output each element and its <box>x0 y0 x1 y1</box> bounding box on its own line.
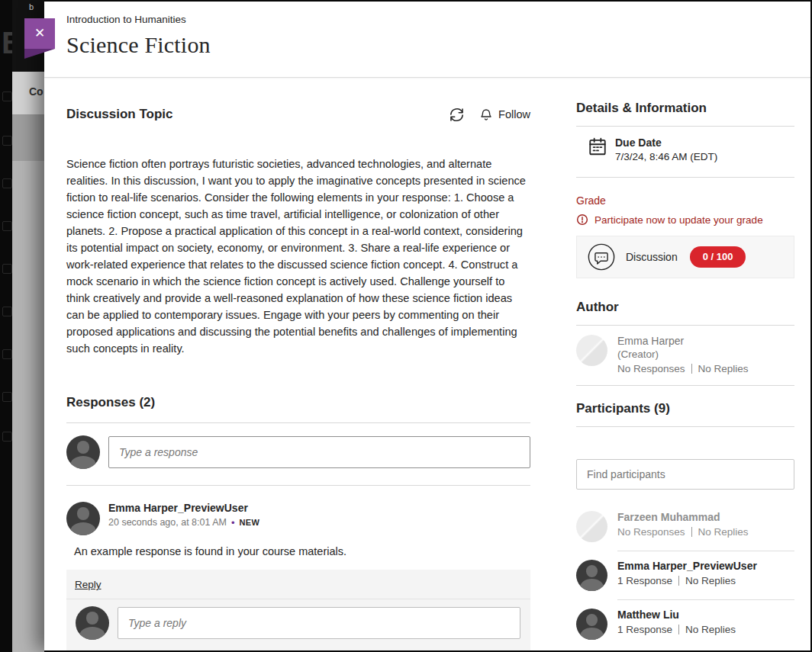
details-heading: Details & Information <box>576 101 794 116</box>
due-date-text: Due Date 7/3/24, 8:46 AM (EDT) <box>615 137 717 162</box>
response-compose-row <box>66 423 530 485</box>
stats-separator <box>691 527 692 537</box>
divider <box>617 599 794 600</box>
post-header: Emma Harper_PreviewUser 20 seconds ago, … <box>66 502 530 535</box>
divider <box>576 426 794 427</box>
participant-replies-count: No Replies <box>698 526 749 538</box>
refresh-button[interactable] <box>450 108 464 122</box>
participant-responses-count: 1 Response <box>617 624 672 635</box>
topic-header: Discussion Topic Follow <box>66 107 530 122</box>
responses-heading: Responses (2) <box>66 395 530 410</box>
author-replies-count: No Replies <box>698 363 749 374</box>
find-participants-input[interactable] <box>576 459 794 490</box>
post-author-avatar <box>66 502 100 535</box>
topic-actions: Follow <box>450 108 530 122</box>
author-row: Emma Harper (Creator) No Responses No Re… <box>576 326 794 374</box>
underlying-content-heading: Co <box>12 72 44 115</box>
grade-card[interactable]: Discussion 0 / 100 <box>576 236 794 278</box>
post-timestamp: 20 seconds ago, at 8:01 AM <box>108 517 227 528</box>
author-info: Emma Harper (Creator) No Responses No Re… <box>617 335 749 374</box>
underlying-page-area <box>12 161 44 652</box>
participant-info: Matthew Liu 1 Response No Replies <box>617 609 736 640</box>
discussion-panel: ✕ Introduction to Humanities Science Fic… <box>44 2 810 650</box>
bell-icon <box>479 108 493 121</box>
author-stats: No Responses No Replies <box>617 363 749 374</box>
reply-compose-row <box>66 599 530 640</box>
participants-heading: Participants (9) <box>576 401 794 416</box>
author-name: Emma Harper <box>617 335 749 347</box>
participant-row: Emma Harper_PreviewUser 1 Response No Re… <box>576 560 794 591</box>
reply-input[interactable] <box>118 607 520 639</box>
panel-body: Discussion Topic Follow <box>44 78 810 650</box>
warning-icon <box>576 214 588 226</box>
discussion-bubble-icon <box>587 242 616 271</box>
participant-stats: 1 Response No Replies <box>617 575 757 586</box>
post-meta: 20 seconds ago, at 8:01 AM • NEW <box>108 517 259 528</box>
participant-name: Matthew Liu <box>617 609 736 621</box>
main-column: Discussion Topic Follow <box>66 78 530 650</box>
participant-replies-count: No Replies <box>685 624 736 635</box>
response-input[interactable] <box>108 436 530 468</box>
score-badge: 0 / 100 <box>690 246 746 268</box>
due-date-value: 7/3/24, 8:46 AM (EDT) <box>615 151 717 162</box>
divider <box>576 177 794 178</box>
author-avatar <box>576 335 607 366</box>
nav-icon-partial <box>2 178 12 188</box>
participant-info: Farzeen Muhammad No Responses No Replies <box>617 511 749 542</box>
stats-separator <box>678 625 679 634</box>
topic-body-text: Science fiction often portrays futuristi… <box>66 156 530 357</box>
close-button[interactable]: ✕ <box>24 18 55 49</box>
calendar-icon <box>588 137 607 156</box>
post-body-text: An example response is found in your cou… <box>74 545 530 557</box>
discussion-topic-heading: Discussion Topic <box>66 107 173 122</box>
reply-link-row: Reply <box>66 570 530 599</box>
follow-button[interactable]: Follow <box>479 108 530 121</box>
nav-icon-partial <box>2 392 12 402</box>
due-date-label: Due Date <box>615 137 717 149</box>
stats-separator <box>678 576 679 586</box>
grade-warning-text[interactable]: Participate now to update your grade <box>594 214 763 226</box>
author-heading: Author <box>576 300 794 315</box>
post-author-name: Emma Harper_PreviewUser <box>108 502 259 514</box>
new-badge: NEW <box>240 518 260 527</box>
participant-stats: No Responses No Replies <box>617 526 749 538</box>
nav-icon-partial <box>2 349 12 359</box>
participant-name: Emma Harper_PreviewUser <box>617 560 757 572</box>
participant-row: Farzeen Muhammad No Responses No Replies <box>576 511 794 542</box>
participant-info: Emma Harper_PreviewUser 1 Response No Re… <box>617 560 757 591</box>
nav-icon-partial <box>2 264 12 274</box>
follow-label: Follow <box>498 108 530 120</box>
participant-row: Matthew Liu 1 Response No Replies <box>576 609 794 640</box>
author-responses-count: No Responses <box>617 363 685 374</box>
reply-link[interactable]: Reply <box>75 579 102 590</box>
refresh-icon <box>450 108 464 122</box>
response-post: Emma Harper_PreviewUser 20 seconds ago, … <box>66 486 530 557</box>
author-role: (Creator) <box>617 348 749 360</box>
participant-replies-count: No Replies <box>685 575 736 586</box>
current-user-avatar <box>66 435 100 469</box>
nav-icon-partial <box>2 307 12 316</box>
participant-avatar <box>576 511 607 542</box>
grade-item-label: Discussion <box>626 251 678 263</box>
participant-stats: 1 Response No Replies <box>617 624 736 635</box>
participants-list: Farzeen Muhammad No Responses No Replies <box>576 511 794 640</box>
current-user-avatar <box>76 606 109 640</box>
grade-section-label: Grade <box>576 194 794 207</box>
app-nav-rail: B <box>0 0 12 652</box>
participant-responses-count: 1 Response <box>617 575 672 586</box>
reply-section: Reply <box>66 570 530 650</box>
participant-avatar <box>576 609 607 640</box>
nav-icon-partial <box>2 221 12 231</box>
due-date-row: Due Date 7/3/24, 8:46 AM (EDT) <box>576 127 794 172</box>
page-title: Science Fiction <box>66 32 810 58</box>
new-indicator-dot: • <box>231 518 235 528</box>
underlying-partial-heading: Co <box>29 85 44 98</box>
post-author-info: Emma Harper_PreviewUser 20 seconds ago, … <box>108 502 259 535</box>
participant-responses-count: No Responses <box>617 526 685 538</box>
participant-avatar <box>576 560 607 591</box>
underlying-partial-text: b <box>29 2 34 11</box>
course-breadcrumb: Introduction to Humanities <box>66 14 810 25</box>
divider <box>617 551 794 551</box>
nav-icon-partial <box>2 136 12 146</box>
stats-separator <box>691 364 692 374</box>
